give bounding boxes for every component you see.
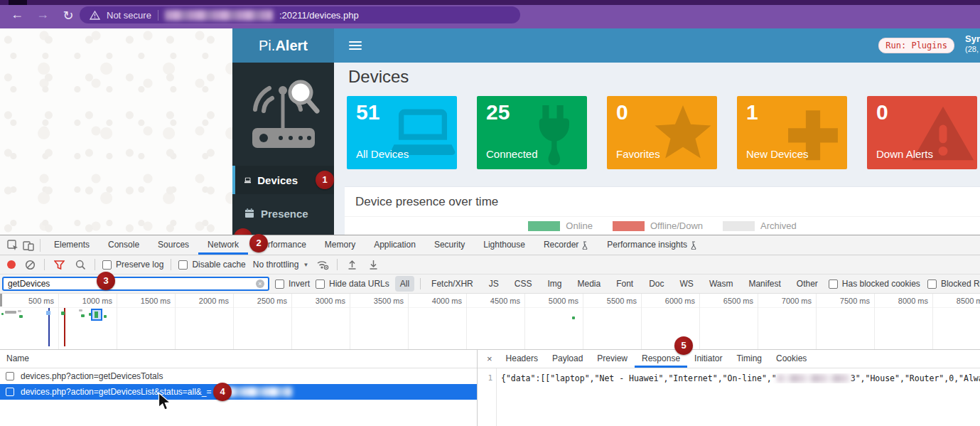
hamburger-menu-icon[interactable]	[349, 41, 362, 50]
run-plugins-button[interactable]: Run: Plugins	[878, 38, 954, 53]
sidebar-item-devices[interactable]: Devices 1	[232, 166, 334, 194]
card-label: All Devices	[356, 148, 409, 160]
reload-icon[interactable]: ↻	[60, 8, 77, 23]
record-icon[interactable]	[7, 260, 16, 269]
tab-network[interactable]: Network2	[198, 235, 248, 255]
disable-cache-label: Disable cache	[192, 260, 245, 270]
detail-tab-initiator[interactable]: Initiator	[687, 350, 729, 368]
export-har-icon[interactable]	[366, 257, 380, 272]
header-right-line2: (28,	[965, 44, 980, 55]
tab-elements[interactable]: Elements	[45, 235, 99, 255]
timeline-tick: 7500 ms	[816, 297, 870, 305]
filter-type-wasm[interactable]: Wasm	[704, 276, 738, 292]
tab-console[interactable]: Console	[99, 235, 149, 255]
checkbox-icon[interactable]	[102, 260, 112, 270]
toolbar-separator	[95, 259, 95, 270]
tab-memory[interactable]: Memory	[316, 235, 365, 255]
response-prefix: {"data":[["laptop","Net - Huawei","Inter…	[501, 373, 777, 383]
detail-tab-headers[interactable]: Headers	[499, 350, 545, 368]
brand-logo[interactable]: Pi.Alert	[232, 28, 334, 63]
close-icon[interactable]: ×	[480, 353, 499, 364]
request-row-selected[interactable]: devices.php?action=getDevicesList&status…	[0, 384, 477, 400]
checkbox-icon[interactable]	[178, 260, 188, 270]
filter-type-js[interactable]: JS	[484, 276, 504, 292]
card-down-alerts[interactable]: 0Down Alerts	[867, 96, 977, 169]
detail-tab-timing[interactable]: Timing	[729, 350, 769, 368]
has-blocked-cookies-checkbox[interactable]: Has blocked cookies	[829, 279, 920, 289]
tab-recorder[interactable]: Recorder	[534, 235, 598, 255]
timeline-tick: 500 ms	[0, 297, 54, 305]
invert-checkbox[interactable]: Invert	[275, 279, 310, 289]
waterfall-mark	[46, 311, 50, 315]
laptop-icon	[244, 176, 251, 185]
tab-lighthouse[interactable]: Lighthouse	[474, 235, 534, 255]
card-connected[interactable]: 25Connected	[477, 96, 587, 169]
forward-icon[interactable]: →	[34, 6, 51, 22]
hide-data-urls-checkbox[interactable]: Hide data URLs	[316, 279, 389, 289]
request-name: devices.php?action=getDevicesTotals	[21, 371, 163, 381]
request-checkbox[interactable]	[6, 388, 14, 396]
browser-tab[interactable]	[9, 0, 27, 5]
filter-type-img[interactable]: Img	[542, 276, 566, 292]
toggle-device-toolbar-icon[interactable]	[21, 238, 36, 252]
back-icon[interactable]: ←	[9, 6, 26, 22]
checkbox-icon[interactable]	[316, 279, 325, 289]
tab-performance-insights[interactable]: Performance insights	[598, 235, 706, 255]
tab-application[interactable]: Application	[365, 235, 425, 255]
clear-icon[interactable]	[23, 257, 37, 272]
card-favorites[interactable]: 0Favorites	[607, 96, 717, 169]
tab-security[interactable]: Security	[425, 235, 474, 255]
detail-tab-response[interactable]: Response5	[635, 350, 687, 368]
tab-label: Application	[374, 235, 416, 255]
detail-tab-list: HeadersPayloadPreviewResponse5InitiatorT…	[499, 350, 814, 368]
hide-data-urls-label: Hide data URLs	[329, 279, 389, 289]
card-new-devices[interactable]: 1New Devices	[737, 96, 847, 169]
tab-label: Network	[208, 235, 239, 255]
request-row[interactable]: devices.php?action=getDevicesTotals	[0, 368, 477, 384]
selected-request-mark[interactable]	[91, 309, 102, 321]
clear-filter-icon[interactable]: ×	[256, 279, 264, 288]
preserve-log-checkbox[interactable]: Preserve log	[102, 260, 163, 270]
card-all-devices[interactable]: 51All Devices	[347, 96, 457, 169]
overview-divider	[0, 307, 980, 308]
import-har-icon[interactable]	[345, 257, 359, 272]
filter-type-fetch-xhr[interactable]: Fetch/XHR	[426, 276, 478, 292]
detail-tab-preview[interactable]: Preview	[590, 350, 635, 368]
checkbox-icon[interactable]	[927, 279, 937, 289]
blocked-requests-checkbox[interactable]: Blocked Requests	[927, 279, 980, 289]
disable-cache-checkbox[interactable]: Disable cache	[178, 260, 245, 270]
filter-icon[interactable]	[52, 257, 66, 272]
detail-tab-cookies[interactable]: Cookies	[769, 350, 814, 368]
filter-separator	[420, 278, 421, 289]
sidebar-item-presence[interactable]: Presence	[232, 199, 334, 228]
timeline-tick: 8000 ms	[874, 297, 928, 305]
checkbox-icon[interactable]	[275, 279, 284, 289]
address-bar[interactable]: Not secure :20211/devices.php	[80, 6, 520, 23]
annotation-step-1: 1	[316, 171, 334, 189]
inspect-element-icon[interactable]	[6, 238, 20, 252]
detail-tab-payload[interactable]: Payload	[545, 350, 590, 368]
throttling-select[interactable]: No throttling ▼	[253, 260, 309, 270]
request-list-header[interactable]: Name	[0, 350, 477, 368]
filter-type-css[interactable]: CSS	[510, 276, 537, 292]
filter-type-media[interactable]: Media	[572, 276, 605, 292]
filter-type-other[interactable]: Other	[792, 276, 823, 292]
checkbox-icon[interactable]	[829, 279, 838, 289]
tab-sources[interactable]: Sources	[149, 235, 198, 255]
filter-input[interactable]	[4, 279, 256, 289]
network-conditions-icon[interactable]	[316, 257, 330, 272]
devtools-tabs: ElementsConsoleSourcesNetwork2Performanc…	[45, 235, 706, 255]
address-separator	[158, 10, 158, 21]
toolbar-separator	[337, 259, 338, 270]
filter-type-ws[interactable]: WS	[675, 276, 699, 292]
filter-type-manifest[interactable]: Manifest	[743, 276, 785, 292]
filter-type-all[interactable]: All	[395, 276, 414, 292]
search-icon[interactable]	[73, 257, 87, 272]
filter-type-font[interactable]: Font	[611, 276, 638, 292]
detail-tab-label: Response	[642, 353, 680, 363]
request-checkbox[interactable]	[6, 372, 14, 380]
filter-type-doc[interactable]: Doc	[644, 276, 669, 292]
network-overview-timeline[interactable]: 500 ms1000 ms1500 ms2000 ms2500 ms3000 m…	[0, 294, 980, 350]
detail-tab-label: Initiator	[694, 353, 722, 363]
legend-swatch	[613, 221, 645, 231]
